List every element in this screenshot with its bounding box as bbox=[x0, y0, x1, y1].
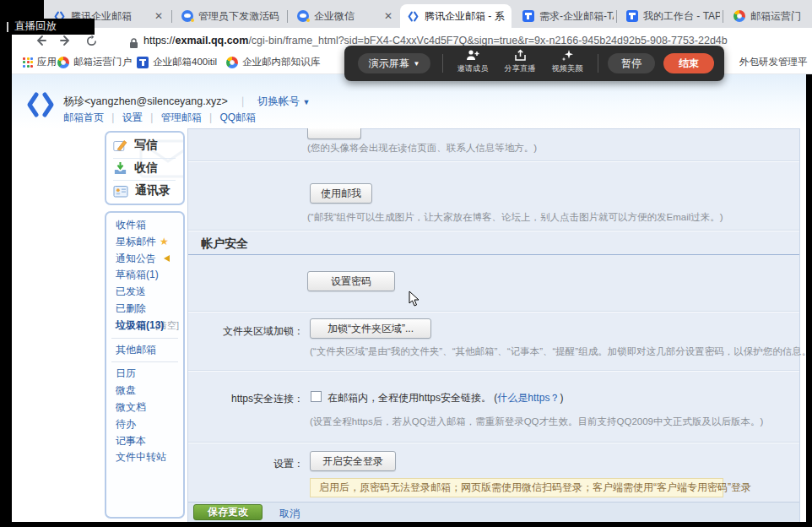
tab-title: 需求-企业邮箱-TA bbox=[539, 9, 614, 24]
bookmark-portal[interactable]: 邮箱运营门户 bbox=[57, 56, 132, 68]
url-scheme: https:// bbox=[143, 35, 176, 46]
enable-secure-login-button[interactable]: 开启安全登录 bbox=[310, 451, 396, 471]
app-calendar[interactable]: 日历 bbox=[106, 366, 183, 383]
contacts-card-icon bbox=[113, 184, 128, 198]
end-button[interactable]: 结束 bbox=[663, 53, 714, 73]
account-line: 杨珍<yangzhen@silenceyang.xyz> ｜ 切换帐号 ▼ bbox=[63, 95, 310, 109]
app-weidrive[interactable]: 微盘 bbox=[106, 383, 183, 399]
tab-title: 腾讯企业邮箱 - 系 bbox=[425, 9, 505, 24]
separator: ｜ bbox=[237, 95, 247, 107]
use-mailme-button[interactable]: 使用邮我 bbox=[310, 183, 372, 204]
secure-login-warning: 启用后，原密码无法登录邮箱；网页版需使用微信扫码登录；客户端需使用“客户端专用密… bbox=[310, 478, 723, 497]
account-address: 杨珍<yangzhen@silenceyang.xyz> bbox=[63, 95, 228, 107]
apps-grid-icon bbox=[23, 57, 33, 68]
invite-member-button[interactable]: 邀请成员 bbox=[451, 49, 495, 74]
wecom-favicon bbox=[296, 10, 309, 23]
recording-bar-icon bbox=[7, 22, 8, 32]
frame-right bbox=[806, 74, 812, 527]
folder-spam[interactable]: [清空]垃圾箱(13) bbox=[106, 318, 183, 334]
set-password-button[interactable]: 设置密码 bbox=[307, 271, 395, 291]
lock-folder-area-button[interactable]: 加锁“文件夹区域”... bbox=[310, 318, 431, 339]
tab-activation-code[interactable]: 管理员下发激活码 ✕ bbox=[174, 4, 285, 28]
bookmark-outsourcing[interactable]: 外包研发管理平 bbox=[739, 56, 812, 68]
tab-close-icon[interactable]: ✕ bbox=[284, 10, 285, 22]
tab-title: 邮箱运营门 bbox=[750, 9, 801, 24]
portal-favicon bbox=[57, 57, 69, 68]
sidebar-item-contacts[interactable]: 通讯录 bbox=[113, 183, 171, 198]
divider bbox=[188, 442, 799, 443]
share-label: 分享直播 bbox=[505, 63, 536, 74]
mail-favicon bbox=[137, 57, 149, 68]
tab-exmail-settings-active[interactable]: 腾讯企业邮箱 - 系 ✕ bbox=[400, 4, 512, 28]
nav-qq-mail[interactable]: QQ邮箱 bbox=[219, 111, 256, 123]
speaker-icon bbox=[160, 255, 170, 262]
tab-tapd-requirement[interactable]: 需求-企业邮箱-TA ✕ bbox=[515, 4, 614, 28]
tab-tapd-workbench[interactable]: 我的工作台 - TAP ✕ bbox=[619, 4, 720, 28]
https-hint: (设置全程https后，若从QQ进入邮箱，需重新登录QQ才生效。目前支持QQ20… bbox=[310, 416, 763, 428]
tab-wecom[interactable]: 企业微信 ✕ bbox=[290, 4, 399, 28]
pause-button[interactable]: 暂停 bbox=[608, 53, 655, 73]
app-notes[interactable]: 记事本 bbox=[106, 433, 183, 450]
recording-label: 直播回放 bbox=[14, 19, 57, 34]
portal-favicon bbox=[733, 10, 745, 23]
frame-left bbox=[0, 0, 12, 527]
tab-title: 企业微信 bbox=[314, 9, 355, 24]
https-option-text: 在邮箱内，全程使用https安全链接。 (什么是https？) bbox=[328, 391, 563, 405]
url-text[interactable]: https://exmail.qq.com/cgi-bin/frame_html… bbox=[143, 35, 728, 46]
tab-close-icon[interactable]: ✕ bbox=[151, 10, 163, 22]
bookmark-knowledge[interactable]: 企业邮内部知识库 bbox=[226, 56, 320, 68]
tab-separator bbox=[171, 10, 172, 23]
folder-deleted[interactable]: 已删除 bbox=[106, 301, 183, 318]
nav-mail-home[interactable]: 邮箱首页 bbox=[63, 111, 104, 123]
chevron-down-icon: ▼ bbox=[302, 98, 310, 106]
folder-announcements[interactable]: 通知公告 bbox=[106, 251, 183, 268]
present-screen-button[interactable]: 演示屏幕 ▼ bbox=[358, 53, 430, 73]
folder-sent[interactable]: 已发送 bbox=[106, 284, 183, 301]
sparkle-icon bbox=[561, 49, 574, 62]
bookmark-label: 邮箱运营门户 bbox=[73, 56, 132, 68]
tab-close-icon[interactable]: ✕ bbox=[381, 10, 392, 22]
divider bbox=[442, 54, 443, 73]
paren: ) bbox=[560, 392, 563, 404]
video-beauty-button[interactable]: 视频美颜 bbox=[545, 49, 589, 74]
clipped-button-remnant[interactable] bbox=[307, 128, 361, 139]
app-weidoc[interactable]: 微文档 bbox=[106, 399, 183, 416]
save-changes-button[interactable]: 保存更改 bbox=[193, 504, 263, 520]
invite-label: 邀请成员 bbox=[457, 63, 489, 74]
folder-inbox[interactable]: 收件箱 bbox=[106, 217, 183, 234]
exmail-favicon bbox=[407, 10, 420, 23]
tab-portal[interactable]: 邮箱运营门 bbox=[726, 4, 812, 28]
sidebar-item-receive[interactable]: 收信 bbox=[113, 160, 158, 176]
folder-list: 收件箱 星标邮件★ 通知公告 草稿箱(1) 已发送 已删除 [清空]垃圾箱(13… bbox=[106, 213, 183, 466]
receive-mail-icon bbox=[113, 161, 127, 176]
https-checkbox[interactable] bbox=[311, 391, 322, 402]
frame-bottom bbox=[0, 522, 812, 527]
app-todo[interactable]: 待办 bbox=[106, 416, 183, 433]
sidebar-folders-box: 收件箱 星标邮件★ 通知公告 草稿箱(1) 已发送 已删除 [清空]垃圾箱(13… bbox=[105, 211, 185, 519]
contacts-label: 通讯录 bbox=[135, 183, 171, 198]
divider bbox=[113, 180, 176, 181]
folder-other-mail[interactable]: 其他邮箱 bbox=[106, 342, 183, 359]
what-is-https-link[interactable]: 什么是https？ bbox=[497, 392, 560, 404]
folder-drafts[interactable]: 草稿箱(1) bbox=[106, 267, 183, 284]
avatar-hint: (您的头像将会出现在读信页面、联系人信息等地方。) bbox=[307, 142, 537, 155]
chevron-down-icon: ▼ bbox=[414, 60, 420, 68]
bookmark-400itil[interactable]: 企业邮箱400itil bbox=[137, 56, 217, 68]
divider bbox=[188, 370, 799, 372]
lock-icon[interactable] bbox=[123, 33, 143, 53]
app-file-transfer[interactable]: 文件中转站 bbox=[106, 449, 183, 466]
receive-label: 收信 bbox=[134, 160, 158, 176]
tab-title: 管理员下发激活码 bbox=[198, 9, 279, 24]
tab-close-icon[interactable]: ✕ bbox=[510, 10, 512, 22]
url-domain: exmail.qq.com bbox=[176, 35, 249, 46]
folder-starred[interactable]: 星标邮件★ bbox=[106, 234, 183, 251]
star-icon: ★ bbox=[160, 236, 169, 247]
switch-account-link[interactable]: 切换帐号 bbox=[257, 95, 300, 107]
sidebar-item-compose[interactable]: 写信 bbox=[113, 138, 158, 153]
share-live-button[interactable]: 分享直播 bbox=[498, 49, 542, 74]
apps-shortcut[interactable]: 应用 bbox=[23, 56, 57, 68]
nav-manage-mail[interactable]: 管理邮箱 bbox=[161, 111, 202, 123]
cancel-link[interactable]: 取消 bbox=[279, 507, 300, 521]
present-label: 演示屏幕 bbox=[369, 57, 409, 71]
nav-settings[interactable]: 设置 bbox=[122, 111, 143, 123]
